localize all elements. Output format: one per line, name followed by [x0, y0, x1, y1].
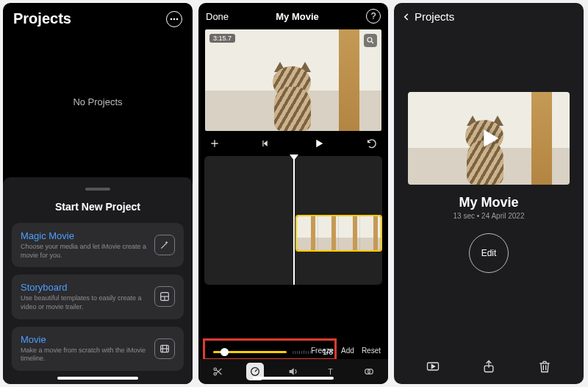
edit-button[interactable]: Edit — [469, 233, 509, 273]
project-thumbnail[interactable] — [408, 92, 570, 185]
share-icon — [481, 359, 496, 374]
reset-button[interactable]: Reset — [362, 347, 381, 355]
projects-screen: Projects No Projects Start New Project M… — [3, 3, 193, 384]
timeline-clip[interactable]: T — [295, 215, 382, 252]
svg-line-25 — [255, 369, 257, 372]
add-media-button[interactable] — [209, 138, 220, 149]
play-icon — [474, 124, 503, 153]
play-button[interactable] — [312, 137, 326, 150]
svg-text:T: T — [328, 367, 333, 376]
option-movie[interactable]: Movie Make a movie from scratch with the… — [12, 327, 184, 371]
undo-button[interactable] — [366, 138, 378, 149]
add-button[interactable]: Add — [341, 347, 354, 355]
option-sub: Choose your media and let iMovie create … — [21, 243, 147, 260]
more-icon — [170, 18, 179, 21]
option-sub: Make a movie from scratch with the iMovi… — [21, 347, 147, 363]
option-magic-movie[interactable]: Magic Movie Choose your media and let iM… — [12, 223, 184, 267]
back-label: Projects — [415, 10, 454, 23]
svg-marker-26 — [290, 368, 294, 374]
svg-marker-16 — [316, 140, 323, 148]
plus-icon — [209, 138, 220, 149]
play-icon — [312, 137, 326, 150]
skip-back-icon — [261, 138, 271, 149]
undo-icon — [366, 138, 378, 149]
zoom-button[interactable] — [364, 34, 377, 47]
empty-state: No Projects — [3, 32, 193, 171]
trim-tool[interactable] — [209, 363, 226, 380]
play-overlay[interactable] — [408, 92, 570, 185]
svg-line-22 — [216, 369, 221, 374]
share-button[interactable] — [481, 359, 496, 374]
home-indicator[interactable] — [253, 377, 334, 380]
chevron-left-icon — [401, 12, 412, 22]
magnifier-icon — [366, 36, 375, 45]
help-icon: ? — [371, 11, 376, 21]
video-preview[interactable]: 3:15.7 — [205, 29, 381, 131]
svg-marker-14 — [264, 141, 268, 146]
scissors-icon — [212, 366, 223, 377]
text-icon: T — [326, 366, 337, 377]
prev-button[interactable] — [261, 138, 271, 149]
svg-line-11 — [372, 42, 374, 44]
svg-point-29 — [368, 369, 373, 374]
speedometer-icon — [249, 366, 261, 377]
svg-line-23 — [216, 369, 221, 374]
film-icon — [154, 338, 175, 359]
svg-point-1 — [173, 18, 176, 20]
sheet-title: Start New Project — [12, 201, 184, 213]
home-indicator[interactable] — [57, 377, 138, 380]
svg-point-10 — [368, 38, 372, 42]
play-video-button[interactable] — [426, 359, 440, 374]
more-button[interactable] — [166, 11, 182, 27]
delete-button[interactable] — [537, 359, 552, 374]
option-label: Magic Movie — [21, 230, 147, 241]
clip-time-badge: 3:15.7 — [209, 34, 235, 43]
freeze-button[interactable]: Freeze — [311, 347, 334, 355]
option-sub: Use beautiful templates to easily create… — [21, 294, 147, 311]
sheet-handle[interactable] — [85, 188, 110, 191]
svg-point-2 — [176, 18, 179, 20]
new-project-sheet: Start New Project Magic Movie Choose you… — [3, 177, 193, 384]
svg-rect-15 — [263, 141, 264, 146]
filters-tool[interactable] — [360, 363, 378, 380]
editor-screen: Done My Movie ? 3:15.7 T ııııılıııı 1/8 — [198, 3, 388, 384]
back-button[interactable]: Projects — [394, 3, 584, 23]
svg-marker-32 — [431, 365, 434, 369]
layout-panel-icon — [154, 286, 175, 307]
wand-sparkles-icon — [154, 235, 175, 255]
svg-point-0 — [171, 18, 173, 20]
speed-slider[interactable] — [213, 351, 287, 353]
option-storyboard[interactable]: Storyboard Use beautiful templates to ea… — [12, 274, 184, 319]
option-label: Storyboard — [21, 282, 147, 293]
play-rect-icon — [426, 359, 440, 374]
overlap-circles-icon — [363, 366, 375, 377]
trash-icon — [537, 359, 552, 374]
movie-title: My Movie — [276, 11, 319, 22]
done-button[interactable]: Done — [206, 11, 229, 22]
movie-title: My Movie — [394, 195, 584, 210]
svg-marker-30 — [484, 129, 498, 146]
speaker-icon — [287, 366, 299, 377]
timeline[interactable]: T — [204, 156, 382, 285]
help-button[interactable]: ? — [366, 9, 381, 24]
movie-meta: 13 sec • 24 April 2022 — [394, 212, 584, 220]
page-title: Projects — [13, 10, 71, 27]
option-label: Movie — [21, 334, 147, 345]
project-detail-screen: Projects My Movie 13 sec • 24 April 2022… — [394, 3, 584, 384]
playhead[interactable] — [293, 156, 295, 285]
